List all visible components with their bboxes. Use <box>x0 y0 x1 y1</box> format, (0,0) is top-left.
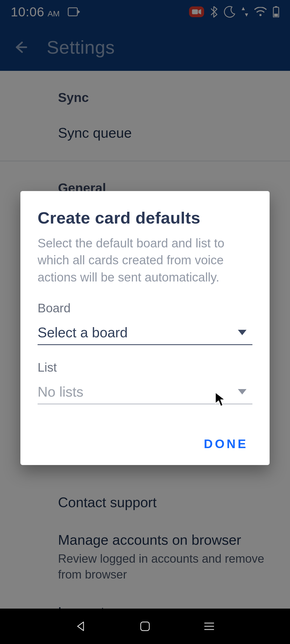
chevron-down-icon <box>238 389 247 394</box>
nav-home-icon[interactable] <box>140 621 150 632</box>
system-nav-bar <box>0 609 290 644</box>
list-label: List <box>38 360 252 375</box>
board-select-value: Select a board <box>38 324 128 341</box>
nav-recent-icon[interactable] <box>203 621 215 631</box>
list-select[interactable]: No lists <box>38 384 252 404</box>
dialog-description: Select the default board and list to whi… <box>38 235 252 286</box>
board-label: Board <box>38 301 252 315</box>
board-field: Board Select a board <box>38 301 252 345</box>
board-select[interactable]: Select a board <box>38 324 252 345</box>
list-field: List No lists <box>38 360 252 404</box>
svg-rect-6 <box>141 622 149 631</box>
done-button[interactable]: DONE <box>200 431 252 456</box>
create-card-defaults-dialog: Create card defaults Select the default … <box>20 191 270 465</box>
nav-back-icon[interactable] <box>75 620 87 632</box>
chevron-down-icon <box>238 330 247 335</box>
dialog-title: Create card defaults <box>38 208 252 227</box>
list-select-value: No lists <box>38 384 83 400</box>
dialog-actions: DONE <box>38 431 252 456</box>
